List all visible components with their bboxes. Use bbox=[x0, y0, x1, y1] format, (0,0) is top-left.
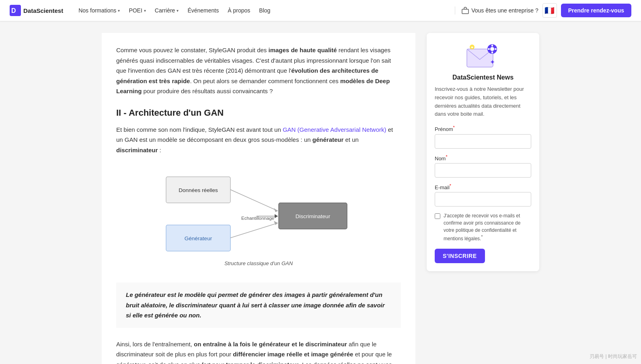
svg-line-11 bbox=[230, 223, 278, 238]
section-paragraph: Et bien comme son nom l'indique, StyleGA… bbox=[116, 125, 401, 155]
nav-blog[interactable]: Blog bbox=[255, 5, 274, 16]
section-text-3: et un bbox=[343, 136, 359, 143]
chevron-down-icon: ▾ bbox=[177, 8, 179, 13]
bottom-bold-2: différencier image réelle et image génér… bbox=[233, 351, 353, 358]
intro-text-3: . On peut alors se demander comment fonc… bbox=[190, 78, 340, 84]
section-text-4: : bbox=[158, 147, 161, 153]
language-flag-button[interactable]: 🇫🇷 bbox=[542, 3, 557, 18]
svg-rect-2 bbox=[462, 9, 468, 14]
watermark: 刃易号 | 时尚玩家岳可 bbox=[590, 353, 637, 360]
page-wrapper: Comme vous pouvez le constater, StyleGAN… bbox=[0, 21, 641, 364]
gan-blockquote: Le générateur est le modèle qui permet d… bbox=[116, 282, 401, 328]
intro-bold-1: images de haute qualité bbox=[269, 47, 337, 53]
gan-diagram-svg: Données réelles Générateur Discriminateu… bbox=[154, 165, 363, 257]
enterprise-link[interactable]: Vous êtes une entreprise ? bbox=[462, 7, 538, 14]
email-input[interactable] bbox=[435, 192, 531, 207]
svg-text:Echantillonnage: Echantillonnage bbox=[241, 216, 274, 221]
svg-line-9 bbox=[230, 190, 278, 211]
svg-point-18 bbox=[490, 47, 494, 51]
section-link: GAN (Generative Adversarial Network) bbox=[283, 126, 386, 133]
svg-text:Discriminateur: Discriminateur bbox=[296, 213, 331, 219]
nav-right: Vous êtes une entreprise ? 🇫🇷 Prendre re… bbox=[462, 3, 631, 18]
nav-apropos[interactable]: À propos bbox=[224, 5, 254, 16]
sidebar: ✦ ★ DataScientest News Inscrivez-vous à … bbox=[427, 33, 539, 364]
chevron-down-icon: ▾ bbox=[118, 8, 120, 13]
email-group: E-mail* bbox=[435, 183, 531, 207]
prenom-input[interactable] bbox=[435, 134, 531, 149]
nom-input[interactable] bbox=[435, 163, 531, 178]
svg-rect-22 bbox=[495, 48, 497, 50]
cta-rendez-vous-button[interactable]: Prendre rendez-vous bbox=[561, 4, 631, 17]
svg-text:Générateur: Générateur bbox=[185, 235, 212, 241]
svg-rect-19 bbox=[491, 45, 493, 47]
svg-text:★: ★ bbox=[470, 45, 474, 49]
gan-link[interactable]: GAN (Generative Adversarial Network) bbox=[283, 126, 386, 133]
nav-links: Nos formations ▾ POEI ▾ Carrière ▾ Événe… bbox=[74, 5, 448, 16]
nav-evenements[interactable]: Événements bbox=[183, 5, 223, 16]
svg-marker-12 bbox=[274, 221, 278, 225]
checkbox-row: J'accepte de recevoir vos e-mails et con… bbox=[435, 212, 531, 242]
main-content: Comme vous pouvez le constater, StyleGAN… bbox=[102, 33, 415, 364]
intro-text-4: pour produire des résultats aussi convai… bbox=[142, 88, 273, 94]
nav-divider bbox=[455, 6, 455, 14]
sidebar-title: DataScientest News bbox=[435, 74, 531, 81]
diagram-container: Données réelles Générateur Discriminateu… bbox=[116, 165, 401, 274]
section-heading: II - Architecture d'un GAN bbox=[116, 108, 401, 118]
svg-text:Données réelles: Données réelles bbox=[179, 187, 218, 193]
nom-group: Nom* bbox=[435, 154, 531, 178]
svg-rect-20 bbox=[491, 51, 493, 53]
logo-icon: D bbox=[10, 5, 21, 16]
newsletter-card: ✦ ★ DataScientest News Inscrivez-vous à … bbox=[427, 33, 539, 271]
sidebar-desc: Inscrivez-vous à notre Newsletter pour r… bbox=[435, 85, 531, 119]
section-text-1: Et bien comme son nom l'indique, StyleGA… bbox=[116, 126, 283, 133]
subscribe-button[interactable]: S'INSCRIRE bbox=[435, 249, 485, 263]
bottom-text-1: Ainsi, lors de l'entraînement, bbox=[116, 341, 194, 348]
enterprise-icon bbox=[462, 7, 469, 14]
email-label: E-mail* bbox=[435, 183, 531, 190]
prenom-label: Prénom* bbox=[435, 125, 531, 132]
svg-text:D: D bbox=[11, 7, 16, 14]
consent-checkbox[interactable] bbox=[435, 213, 440, 219]
navbar: D DataScientest Nos formations ▾ POEI ▾ … bbox=[0, 0, 641, 21]
bottom-bold-1: on entraîne à la fois le générateur et l… bbox=[194, 341, 347, 348]
logo-text: DataScientest bbox=[23, 7, 63, 14]
diagram-caption: Structure classique d'un GAN bbox=[224, 260, 293, 266]
intro-text-1: Comme vous pouvez le constater, StyleGAN… bbox=[116, 47, 269, 53]
nom-label: Nom* bbox=[435, 154, 531, 162]
diagram-svg: Données réelles Générateur Discriminateu… bbox=[154, 165, 363, 257]
section-bold-2: discriminateur bbox=[116, 147, 158, 153]
svg-rect-21 bbox=[488, 48, 490, 50]
svg-marker-10 bbox=[274, 208, 278, 212]
nav-poei[interactable]: POEI ▾ bbox=[125, 5, 150, 16]
logo[interactable]: D DataScientest bbox=[10, 5, 63, 16]
intro-paragraph: Comme vous pouvez le constater, StyleGAN… bbox=[116, 45, 401, 96]
bottom-bold-3: tromper le discriminateur bbox=[226, 361, 299, 364]
checkbox-label: J'accepte de recevoir vos e-mails et con… bbox=[444, 212, 531, 242]
newsletter-icon: ✦ ★ bbox=[465, 41, 501, 69]
prenom-group: Prénom* bbox=[435, 125, 531, 148]
svg-text:✦: ✦ bbox=[490, 59, 495, 65]
chevron-down-icon: ▾ bbox=[144, 8, 146, 13]
sidebar-icon-wrap: ✦ ★ bbox=[435, 41, 531, 69]
nav-carriere[interactable]: Carrière ▾ bbox=[151, 5, 183, 16]
section-bold-1: générateur bbox=[312, 136, 344, 143]
bottom-paragraph: Ainsi, lors de l'entraînement, on entraî… bbox=[116, 339, 401, 364]
nav-formations[interactable]: Nos formations ▾ bbox=[74, 5, 124, 16]
